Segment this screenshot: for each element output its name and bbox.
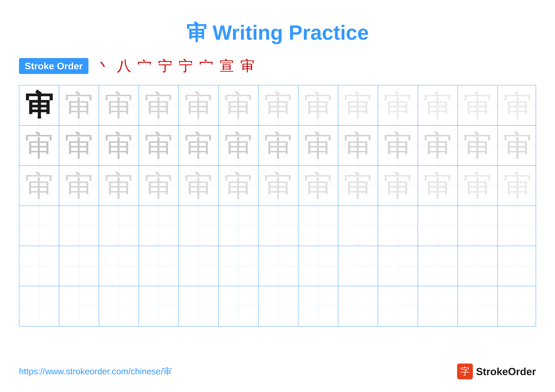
grid-cell[interactable]: 审 [338, 126, 378, 165]
logo-icon: 字 [457, 363, 473, 379]
grid-cell[interactable]: 审 [59, 86, 99, 125]
stroke-sequence: 丶 八 宀 宁 宁 宀 宣 审 [96, 56, 255, 76]
grid-cell[interactable]: 审 [179, 286, 219, 326]
grid-cell[interactable]: 审 [298, 246, 338, 286]
grid-cell[interactable]: 审 [219, 166, 258, 206]
grid-cell[interactable]: 审 [99, 286, 139, 326]
page-title: 审 Writing Practice [0, 0, 555, 56]
grid-row-1: 审审审审审审审审审审审审审 [19, 86, 536, 126]
grid-cell[interactable]: 审 [338, 246, 378, 286]
grid-cell[interactable]: 审 [378, 126, 418, 165]
grid-cell[interactable]: 审 [338, 286, 378, 326]
grid-cell[interactable]: 审 [19, 206, 59, 246]
grid-cell[interactable]: 审 [99, 206, 139, 246]
grid-cell[interactable]: 审 [378, 206, 418, 246]
footer-logo: 字 StrokeOrder [457, 363, 536, 379]
grid-cell[interactable]: 审 [258, 86, 298, 125]
grid-cell[interactable]: 审 [458, 126, 498, 165]
grid-cell[interactable]: 审 [338, 206, 378, 246]
grid-row-2: 审审审审审审审审审审审审审 [19, 126, 536, 166]
grid-cell[interactable]: 审 [298, 126, 338, 165]
grid-cell[interactable]: 审 [179, 126, 219, 165]
grid-cell[interactable]: 审 [498, 206, 538, 246]
grid-cell[interactable]: 审 [258, 126, 298, 165]
logo-text: StrokeOrder [476, 366, 536, 378]
grid-cell[interactable]: 审 [258, 206, 298, 246]
grid-cell[interactable]: 审 [298, 286, 338, 326]
grid-cell[interactable]: 审 [418, 126, 458, 165]
grid-cell[interactable]: 审 [378, 86, 418, 125]
grid-cell[interactable]: 审 [139, 86, 179, 125]
grid-cell[interactable]: 审 [59, 246, 99, 286]
grid-cell[interactable]: 审 [498, 126, 538, 165]
grid-cell[interactable]: 审 [99, 166, 139, 206]
grid-cell[interactable]: 审 [139, 246, 179, 286]
grid-cell[interactable]: 审 [458, 86, 498, 125]
grid-cell[interactable]: 审 [19, 126, 59, 165]
grid-cell[interactable]: 审 [378, 246, 418, 286]
grid-cell[interactable]: 审 [378, 286, 418, 326]
footer: https://www.strokeorder.com/chinese/审 字 … [0, 363, 555, 379]
grid-cell[interactable]: 审 [219, 246, 258, 286]
grid-cell[interactable]: 审 [219, 206, 258, 246]
grid-cell[interactable]: 审 [99, 126, 139, 165]
grid-cell[interactable]: 审 [418, 86, 458, 125]
grid-cell[interactable]: 审 [59, 286, 99, 326]
stroke-order-section: Stroke Order 丶 八 宀 宁 宁 宀 宣 审 [0, 56, 555, 85]
grid-cell[interactable]: 审 [498, 166, 538, 206]
grid-cell[interactable]: 审 [59, 126, 99, 165]
grid-cell[interactable]: 审 [458, 286, 498, 326]
grid-cell[interactable]: 审 [59, 166, 99, 206]
grid-cell[interactable]: 审 [179, 246, 219, 286]
grid-cell[interactable]: 审 [179, 166, 219, 206]
grid-cell[interactable]: 审 [418, 246, 458, 286]
grid-cell[interactable]: 审 [258, 166, 298, 206]
grid-cell[interactable]: 审 [99, 246, 139, 286]
grid-cell[interactable]: 审 [298, 206, 338, 246]
grid-cell[interactable]: 审 [458, 206, 498, 246]
grid-cell[interactable]: 审 [258, 286, 298, 326]
grid-cell[interactable]: 审 [99, 86, 139, 125]
grid-cell[interactable]: 审 [418, 206, 458, 246]
grid-cell[interactable]: 审 [179, 206, 219, 246]
practice-grid: 审审审审审审审审审审审审审审审审审审审审审审审审审审审审审审审审审审审审审审审审… [19, 85, 536, 326]
grid-cell[interactable]: 审 [219, 86, 258, 125]
grid-cell[interactable]: 审 [139, 126, 179, 165]
grid-cell[interactable]: 审 [219, 286, 258, 326]
grid-cell[interactable]: 审 [498, 86, 538, 125]
grid-cell[interactable]: 审 [418, 166, 458, 206]
grid-cell[interactable]: 审 [338, 166, 378, 206]
grid-cell[interactable]: 审 [338, 86, 378, 125]
grid-cell[interactable]: 审 [19, 286, 59, 326]
grid-row-3: 审审审审审审审审审审审审审 [19, 166, 536, 206]
grid-cell[interactable]: 审 [498, 286, 538, 326]
grid-cell[interactable]: 审 [179, 86, 219, 125]
grid-cell[interactable]: 审 [19, 246, 59, 286]
footer-url[interactable]: https://www.strokeorder.com/chinese/审 [19, 366, 172, 377]
grid-row-5: 审审审审审审审审审审审审审 [19, 246, 536, 286]
grid-cell[interactable]: 审 [498, 246, 538, 286]
grid-cell[interactable]: 审 [298, 166, 338, 206]
grid-cell[interactable]: 审 [458, 246, 498, 286]
grid-cell[interactable]: 审 [139, 166, 179, 206]
grid-cell[interactable]: 审 [19, 86, 59, 125]
grid-cell[interactable]: 审 [59, 206, 99, 246]
grid-cell[interactable]: 审 [378, 166, 418, 206]
stroke-order-badge: Stroke Order [19, 58, 88, 74]
grid-cell[interactable]: 审 [298, 86, 338, 125]
grid-cell[interactable]: 审 [418, 286, 458, 326]
grid-row-6: 审审审审审审审审审审审审审 [19, 286, 536, 326]
grid-cell[interactable]: 审 [458, 166, 498, 206]
grid-cell[interactable]: 审 [219, 126, 258, 165]
grid-cell[interactable]: 审 [258, 246, 298, 286]
grid-cell[interactable]: 审 [139, 206, 179, 246]
grid-cell[interactable]: 审 [19, 166, 59, 206]
grid-cell[interactable]: 审 [139, 286, 179, 326]
grid-row-4: 审审审审审审审审审审审审审 [19, 206, 536, 246]
